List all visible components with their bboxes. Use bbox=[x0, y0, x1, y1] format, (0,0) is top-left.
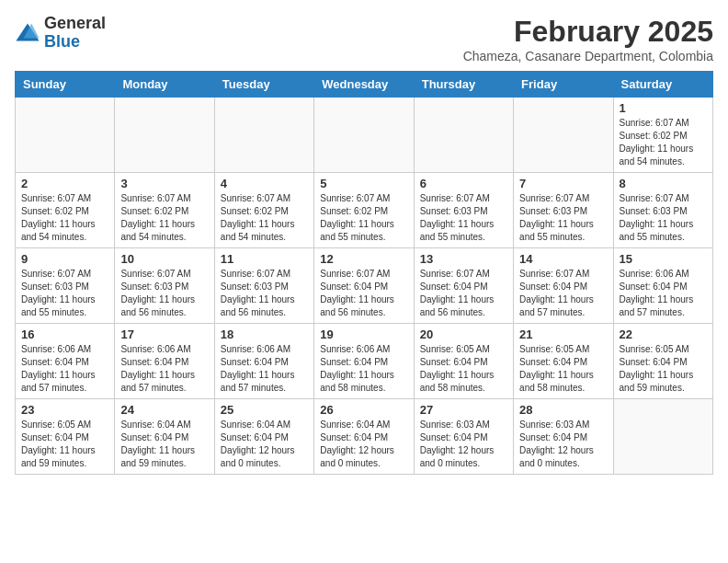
day-info: Sunrise: 6:03 AM Sunset: 6:04 PM Dayligh… bbox=[420, 419, 507, 470]
weekday-header-wednesday: Wednesday bbox=[314, 72, 414, 98]
calendar-cell: 26Sunrise: 6:04 AM Sunset: 6:04 PM Dayli… bbox=[314, 399, 414, 475]
weekday-header-monday: Monday bbox=[115, 72, 214, 98]
weekday-header-friday: Friday bbox=[514, 72, 613, 98]
calendar-cell: 22Sunrise: 6:05 AM Sunset: 6:04 PM Dayli… bbox=[613, 324, 712, 399]
calendar-cell: 7Sunrise: 6:07 AM Sunset: 6:03 PM Daylig… bbox=[514, 173, 613, 248]
logo-general-text: General bbox=[44, 14, 106, 32]
day-number: 5 bbox=[320, 177, 407, 190]
location: Chameza, Casanare Department, Colombia bbox=[463, 49, 713, 63]
day-number: 13 bbox=[420, 252, 507, 266]
calendar-cell: 25Sunrise: 6:04 AM Sunset: 6:04 PM Dayli… bbox=[214, 399, 313, 475]
day-number: 26 bbox=[320, 403, 407, 417]
calendar-table: SundayMondayTuesdayWednesdayThursdayFrid… bbox=[15, 71, 713, 475]
day-info: Sunrise: 6:07 AM Sunset: 6:03 PM Dayligh… bbox=[519, 192, 607, 244]
calendar-cell: 5Sunrise: 6:07 AM Sunset: 6:02 PM Daylig… bbox=[314, 173, 414, 248]
day-info: Sunrise: 6:07 AM Sunset: 6:04 PM Dayligh… bbox=[320, 268, 407, 319]
calendar-cell: 15Sunrise: 6:06 AM Sunset: 6:04 PM Dayli… bbox=[613, 248, 712, 324]
day-info: Sunrise: 6:05 AM Sunset: 6:04 PM Dayligh… bbox=[420, 343, 507, 395]
calendar-cell: 20Sunrise: 6:05 AM Sunset: 6:04 PM Dayli… bbox=[414, 324, 513, 399]
calendar-cell bbox=[16, 98, 115, 173]
day-info: Sunrise: 6:07 AM Sunset: 6:02 PM Dayligh… bbox=[21, 192, 108, 244]
day-number: 15 bbox=[620, 252, 707, 266]
weekday-header-saturday: Saturday bbox=[613, 72, 712, 98]
day-info: Sunrise: 6:03 AM Sunset: 6:04 PM Dayligh… bbox=[519, 419, 607, 470]
day-info: Sunrise: 6:07 AM Sunset: 6:03 PM Dayligh… bbox=[221, 268, 308, 319]
day-number: 14 bbox=[519, 252, 607, 266]
day-info: Sunrise: 6:04 AM Sunset: 6:04 PM Dayligh… bbox=[120, 419, 208, 470]
calendar-cell: 6Sunrise: 6:07 AM Sunset: 6:03 PM Daylig… bbox=[414, 173, 513, 248]
calendar-cell: 23Sunrise: 6:05 AM Sunset: 6:04 PM Dayli… bbox=[16, 399, 115, 475]
day-info: Sunrise: 6:07 AM Sunset: 6:02 PM Dayligh… bbox=[221, 192, 308, 244]
day-info: Sunrise: 6:05 AM Sunset: 6:04 PM Dayligh… bbox=[620, 343, 707, 395]
month-year: February 2025 bbox=[463, 15, 713, 49]
calendar-cell: 11Sunrise: 6:07 AM Sunset: 6:03 PM Dayli… bbox=[214, 248, 313, 324]
day-number: 16 bbox=[21, 327, 108, 341]
day-number: 24 bbox=[120, 403, 208, 417]
calendar-cell: 8Sunrise: 6:07 AM Sunset: 6:03 PM Daylig… bbox=[613, 173, 712, 248]
day-info: Sunrise: 6:07 AM Sunset: 6:04 PM Dayligh… bbox=[420, 268, 507, 319]
weekday-header-sunday: Sunday bbox=[16, 72, 115, 98]
day-number: 4 bbox=[221, 177, 308, 190]
calendar-cell bbox=[414, 98, 513, 173]
calendar-cell: 27Sunrise: 6:03 AM Sunset: 6:04 PM Dayli… bbox=[414, 399, 513, 475]
calendar-week-4: 16Sunrise: 6:06 AM Sunset: 6:04 PM Dayli… bbox=[16, 324, 713, 399]
weekday-header-tuesday: Tuesday bbox=[214, 72, 313, 98]
day-info: Sunrise: 6:07 AM Sunset: 6:03 PM Dayligh… bbox=[21, 268, 108, 319]
calendar-cell: 2Sunrise: 6:07 AM Sunset: 6:02 PM Daylig… bbox=[16, 173, 115, 248]
day-info: Sunrise: 6:07 AM Sunset: 6:02 PM Dayligh… bbox=[120, 192, 208, 244]
title-block: February 2025 Chameza, Casanare Departme… bbox=[463, 15, 713, 63]
day-info: Sunrise: 6:06 AM Sunset: 6:04 PM Dayligh… bbox=[620, 268, 707, 319]
logo-blue-text: Blue bbox=[44, 32, 80, 51]
weekday-header-thursday: Thursday bbox=[414, 72, 513, 98]
calendar-cell bbox=[115, 98, 214, 173]
calendar-cell: 4Sunrise: 6:07 AM Sunset: 6:02 PM Daylig… bbox=[214, 173, 313, 248]
calendar-cell: 1Sunrise: 6:07 AM Sunset: 6:02 PM Daylig… bbox=[613, 98, 712, 173]
logo-icon bbox=[15, 20, 40, 46]
calendar-cell bbox=[314, 98, 414, 173]
calendar-cell bbox=[214, 98, 313, 173]
day-info: Sunrise: 6:06 AM Sunset: 6:04 PM Dayligh… bbox=[21, 343, 108, 395]
day-number: 1 bbox=[620, 101, 707, 115]
day-number: 6 bbox=[420, 177, 507, 190]
day-info: Sunrise: 6:04 AM Sunset: 6:04 PM Dayligh… bbox=[221, 419, 308, 470]
day-number: 9 bbox=[21, 252, 108, 266]
day-number: 2 bbox=[21, 177, 108, 190]
day-number: 7 bbox=[519, 177, 607, 190]
calendar-cell: 12Sunrise: 6:07 AM Sunset: 6:04 PM Dayli… bbox=[314, 248, 414, 324]
day-info: Sunrise: 6:06 AM Sunset: 6:04 PM Dayligh… bbox=[221, 343, 308, 395]
calendar-cell bbox=[514, 98, 613, 173]
calendar-cell: 9Sunrise: 6:07 AM Sunset: 6:03 PM Daylig… bbox=[16, 248, 115, 324]
day-number: 17 bbox=[120, 327, 208, 341]
page-header: General Blue February 2025 Chameza, Casa… bbox=[15, 15, 713, 63]
day-info: Sunrise: 6:05 AM Sunset: 6:04 PM Dayligh… bbox=[519, 343, 607, 395]
day-info: Sunrise: 6:06 AM Sunset: 6:04 PM Dayligh… bbox=[320, 343, 407, 395]
calendar-cell: 24Sunrise: 6:04 AM Sunset: 6:04 PM Dayli… bbox=[115, 399, 214, 475]
day-number: 20 bbox=[420, 327, 507, 341]
calendar-cell: 17Sunrise: 6:06 AM Sunset: 6:04 PM Dayli… bbox=[115, 324, 214, 399]
day-info: Sunrise: 6:07 AM Sunset: 6:03 PM Dayligh… bbox=[120, 268, 208, 319]
calendar-cell: 13Sunrise: 6:07 AM Sunset: 6:04 PM Dayli… bbox=[414, 248, 513, 324]
logo: General Blue bbox=[15, 15, 106, 52]
day-number: 23 bbox=[21, 403, 108, 417]
calendar-cell bbox=[613, 399, 712, 475]
calendar-cell: 14Sunrise: 6:07 AM Sunset: 6:04 PM Dayli… bbox=[514, 248, 613, 324]
day-info: Sunrise: 6:07 AM Sunset: 6:04 PM Dayligh… bbox=[519, 268, 607, 319]
day-number: 8 bbox=[620, 177, 707, 190]
day-number: 18 bbox=[221, 327, 308, 341]
calendar-cell: 16Sunrise: 6:06 AM Sunset: 6:04 PM Dayli… bbox=[16, 324, 115, 399]
day-number: 10 bbox=[120, 252, 208, 266]
calendar-cell: 21Sunrise: 6:05 AM Sunset: 6:04 PM Dayli… bbox=[514, 324, 613, 399]
day-number: 28 bbox=[519, 403, 607, 417]
day-info: Sunrise: 6:04 AM Sunset: 6:04 PM Dayligh… bbox=[320, 419, 407, 470]
day-number: 19 bbox=[320, 327, 407, 341]
day-number: 25 bbox=[221, 403, 308, 417]
day-number: 27 bbox=[420, 403, 507, 417]
day-info: Sunrise: 6:07 AM Sunset: 6:02 PM Dayligh… bbox=[620, 117, 707, 168]
calendar-cell: 3Sunrise: 6:07 AM Sunset: 6:02 PM Daylig… bbox=[115, 173, 214, 248]
day-number: 3 bbox=[120, 177, 208, 190]
weekday-header-row: SundayMondayTuesdayWednesdayThursdayFrid… bbox=[16, 72, 713, 98]
day-number: 11 bbox=[221, 252, 308, 266]
calendar-cell: 19Sunrise: 6:06 AM Sunset: 6:04 PM Dayli… bbox=[314, 324, 414, 399]
day-info: Sunrise: 6:05 AM Sunset: 6:04 PM Dayligh… bbox=[21, 419, 108, 470]
calendar-week-2: 2Sunrise: 6:07 AM Sunset: 6:02 PM Daylig… bbox=[16, 173, 713, 248]
